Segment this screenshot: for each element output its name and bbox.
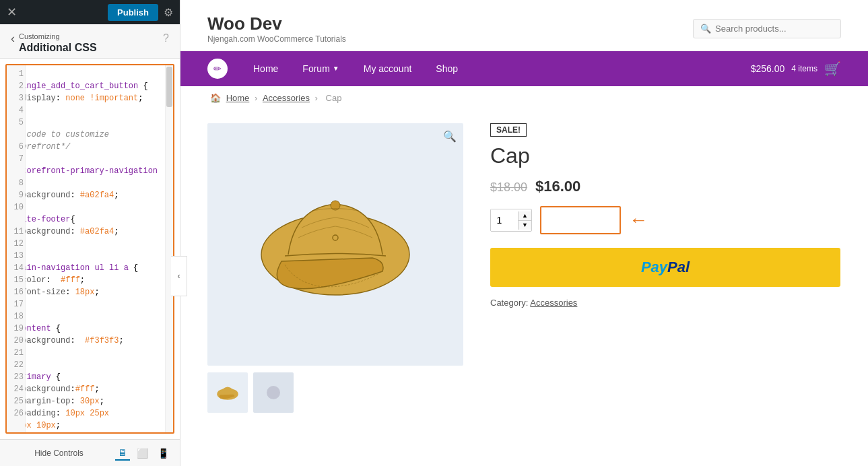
forum-dropdown-icon: ▼ [333,51,339,86]
price-area: $18.00 $16.00 [490,178,841,195]
nav-edit-button[interactable]: ✏ [207,59,228,79]
add-to-cart-area: ▲ ▼ ← [490,206,841,234]
nav-shop[interactable]: Shop [424,51,470,86]
cart-count: 4 items [791,64,817,73]
category-link[interactable]: Accessories [530,298,577,308]
quantity-stepper[interactable]: ▲ ▼ [490,209,532,232]
search-icon: 🔍 [700,24,711,34]
paypal-button[interactable]: PayPal [490,248,840,287]
back-button[interactable]: ‹ [11,32,15,44]
breadcrumb-accessories[interactable]: Accessories [263,93,310,103]
product-section: 🔍 [180,110,868,466]
breadcrumb-sep2: › [315,93,321,103]
new-price: $16.00 [535,178,580,195]
breadcrumb-home[interactable]: Home [226,93,250,103]
nav-forum[interactable]: Forum ▼ [290,51,351,86]
product-thumbnails [207,372,463,413]
zoom-icon[interactable]: 🔍 [443,130,457,143]
scrollbar[interactable] [165,65,173,432]
preview-buttons: 🖥 ⬜ 📱 [115,446,172,461]
customizing-label: Customizing [19,32,97,40]
nav-home[interactable]: Home [241,51,290,86]
css-code-content[interactable]: .single_add_to_cart_button { display: no… [7,65,165,432]
panel-header: ‹ Customizing Additional CSS ? [0,24,180,59]
gear-button[interactable]: ⚙ [164,6,173,19]
qty-buttons: ▲ ▼ [518,211,531,230]
product-image-box: 🔍 [207,123,463,366]
help-button[interactable]: ? [163,32,169,44]
home-icon: 🏠 [210,93,221,103]
breadcrumb-sep1: › [255,93,260,103]
section-title: Additional CSS [19,42,97,53]
top-bar: ✕ Publish ⚙ [0,0,180,24]
product-image [241,174,430,315]
site-logo: Woo Dev Njengah.com WooCommerce Tutorial… [207,13,346,44]
product-info-column: SALE! Cap $18.00 $16.00 ▲ ▼ ← [490,123,841,446]
preview-area: Woo Dev Njengah.com WooCommerce Tutorial… [180,0,868,466]
product-thumbnail-2[interactable] [253,372,294,413]
hide-controls-button[interactable]: Hide Controls [8,448,110,458]
add-to-cart-wrapper: ← [540,206,648,234]
breadcrumb-current: Cap [326,93,342,103]
cart-total: $256.00 [751,63,785,74]
nav-links: Home Forum ▼ My account Shop [241,51,751,86]
desktop-preview-button[interactable]: 🖥 [115,446,130,461]
product-image-column: 🔍 [207,123,463,446]
close-button[interactable]: ✕ [7,6,17,18]
svg-point-4 [267,386,280,399]
site-header: Woo Dev Njengah.com WooCommerce Tutorial… [180,0,868,51]
arrow-icon: ← [629,211,648,230]
qty-down-button[interactable]: ▼ [519,221,531,230]
site-tagline: Njengah.com WooCommerce Tutorials [207,34,346,44]
category-line: Category: Accessories [490,298,841,308]
sale-badge: SALE! [490,123,527,137]
tablet-preview-button[interactable]: ⬜ [134,446,151,461]
search-box[interactable]: 🔍 [693,19,841,38]
css-code-editor[interactable]: 12345 67 8910 11121314 15161718 19202122… [5,64,174,434]
quantity-input[interactable] [491,209,518,231]
search-input[interactable] [715,24,834,34]
mobile-preview-button[interactable]: 📱 [155,446,172,461]
collapse-panel-button[interactable]: ‹ [171,256,187,296]
site-title: Woo Dev [207,13,346,34]
nav-my-account[interactable]: My account [352,51,424,86]
product-thumbnail[interactable] [207,372,248,413]
qty-up-button[interactable]: ▲ [519,211,531,221]
cart-icon[interactable]: 🛒 [824,61,841,77]
nav-bar: ✏ Home Forum ▼ My account Shop $256.00 4… [180,51,868,86]
breadcrumb: 🏠 Home › Accessories › Cap [180,86,868,110]
old-price: $18.00 [490,180,527,194]
cart-area[interactable]: $256.00 4 items 🛒 [751,61,841,77]
product-title: Cap [490,143,841,168]
paypal-label: PayPal [641,259,690,276]
bottom-bar: Hide Controls 🖥 ⬜ 📱 [0,439,180,466]
publish-button[interactable]: Publish [108,4,158,21]
category-label: Category: [490,298,528,308]
customizer-panel: ✕ Publish ⚙ ‹ Customizing Additional CSS… [0,0,180,466]
add-to-cart-button[interactable] [540,206,621,234]
